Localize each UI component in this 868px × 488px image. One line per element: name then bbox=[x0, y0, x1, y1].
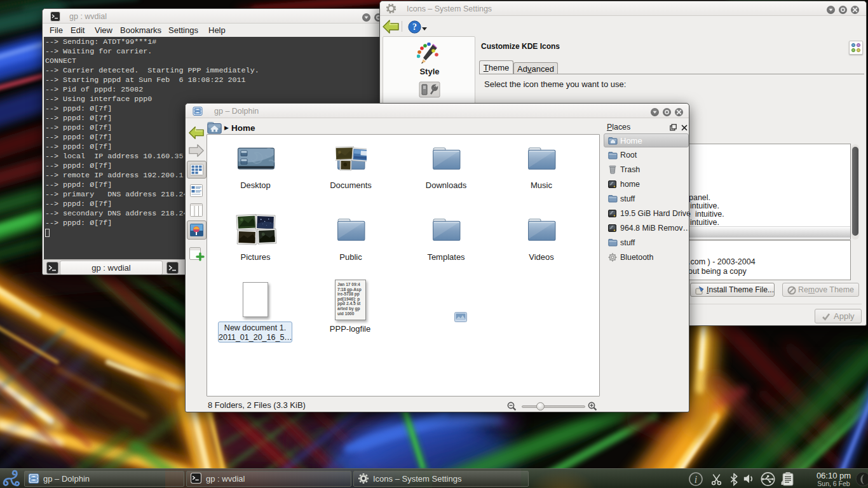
svg-text:?: ? bbox=[412, 22, 417, 32]
svg-text:i: i bbox=[695, 474, 697, 485]
